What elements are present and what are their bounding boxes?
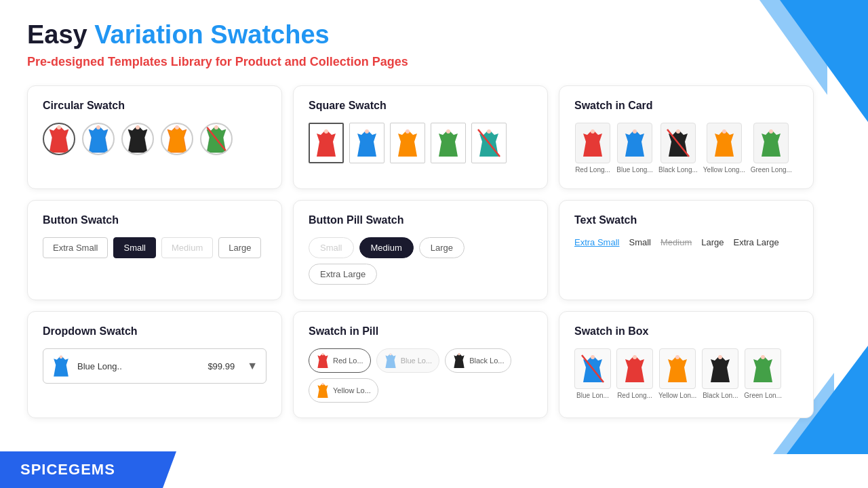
pill-black-icon [452, 352, 466, 369]
page-wrapper: Easy Variation Swatches Pre-designed Tem… [0, 0, 868, 432]
text-swatch-extra-small[interactable]: Extra Small [574, 237, 619, 247]
card-swatch-green-img [753, 123, 789, 163]
pill-red-label: Red Lo... [333, 357, 363, 365]
svg-point-7 [365, 129, 369, 134]
pill-extra-large[interactable]: Extra Large [309, 264, 377, 285]
text-swatch-extra-large[interactable]: Extra Large [733, 237, 778, 247]
card-swatch-red-img [575, 123, 610, 163]
box-swatch-green-label: Green Lon... [744, 392, 782, 399]
svg-point-9 [446, 129, 450, 134]
swatch-in-pill-card: Swatch in Pill Red Lo... Blue Lo... Blac… [293, 311, 548, 418]
svg-point-14 [676, 129, 680, 134]
box-swatch-yellow[interactable]: Yellow Lon... [658, 348, 696, 399]
box-swatch-green[interactable]: Green Lon... [744, 348, 782, 399]
box-swatch-red-label: Red Long... [617, 392, 652, 399]
svg-point-2 [136, 125, 140, 129]
pill-img-yellow[interactable]: Yellow Lo... [309, 378, 378, 403]
dropdown-chevron-icon: ▼ [247, 360, 258, 372]
circular-swatch-black[interactable] [121, 123, 154, 155]
box-swatch-black-img [702, 348, 738, 389]
square-swatch-green[interactable] [431, 123, 466, 163]
box-swatch-black[interactable]: Black Lon... [702, 348, 738, 399]
pill-red-icon [316, 352, 330, 369]
box-swatch-blue[interactable]: Blue Lon... [574, 348, 611, 399]
pill-img-black[interactable]: Black Lo... [445, 348, 511, 373]
card-swatch-yellow-label: Yellow Long... [703, 166, 745, 174]
box-swatch-yellow-label: Yellow Lon... [658, 392, 696, 399]
svg-point-20 [389, 353, 391, 355]
button-swatch-card: Button Swatch Extra Small Small Medium L… [27, 200, 282, 300]
svg-point-12 [591, 129, 595, 134]
pill-img-red[interactable]: Red Lo... [309, 348, 371, 373]
btn-extra-small[interactable]: Extra Small [43, 237, 108, 258]
card-swatch-black-label: Black Long... [658, 166, 698, 174]
title-black: Easy [27, 20, 94, 49]
card-swatch-yellow[interactable]: Yellow Long... [703, 123, 745, 174]
card-swatches-container: Red Long... Blue Long... [574, 123, 798, 174]
square-swatch-teal-crossed[interactable] [471, 123, 507, 163]
button-swatch-title: Button Swatch [43, 214, 267, 226]
button-swatches-container: Extra Small Small Medium Large [43, 237, 267, 258]
text-swatch-large[interactable]: Large [701, 237, 724, 247]
title-blue: Variation Swatches [94, 20, 329, 49]
text-swatch-card: Text Swatch Extra Small Small Medium Lar… [559, 200, 814, 300]
square-swatches-container [309, 123, 532, 163]
card-swatch-green[interactable]: Green Long... [751, 123, 792, 174]
svg-point-23 [591, 355, 595, 359]
dropdown-swatch-control[interactable]: Blue Long.. $99.99 ▼ [43, 348, 267, 384]
card-swatch-black-img [660, 123, 696, 163]
btn-medium[interactable]: Medium [161, 237, 213, 258]
circular-swatch-orange[interactable] [161, 123, 193, 155]
pill-img-swatches-container: Red Lo... Blue Lo... Black Lo... Yellow … [309, 348, 532, 403]
btn-small[interactable]: Small [113, 237, 156, 258]
card-swatch-green-label: Green Long... [751, 166, 792, 174]
box-swatch-blue-img [574, 348, 611, 389]
text-swatch-title: Text Swatch [574, 214, 798, 226]
page-title: Easy Variation Swatches [27, 20, 841, 49]
svg-point-28 [761, 355, 765, 359]
svg-point-19 [321, 353, 323, 355]
svg-point-0 [57, 125, 61, 129]
square-swatch-red[interactable] [309, 123, 344, 163]
card-swatch-blue[interactable]: Blue Long... [616, 123, 653, 174]
pill-blue-icon [384, 352, 397, 369]
btn-large[interactable]: Large [218, 237, 261, 258]
pill-medium[interactable]: Medium [359, 237, 414, 258]
dropdown-selected-label: Blue Long.. [77, 361, 201, 371]
circular-swatch-green[interactable] [200, 123, 233, 155]
svg-point-3 [175, 125, 179, 129]
pill-large[interactable]: Large [419, 237, 465, 258]
svg-point-25 [633, 355, 637, 359]
pill-yellow-icon [316, 382, 330, 399]
box-swatch-red[interactable]: Red Long... [616, 348, 653, 399]
circular-swatch-red[interactable] [43, 123, 75, 155]
pill-img-blue[interactable]: Blue Lo... [376, 348, 439, 373]
svg-point-1 [96, 125, 100, 129]
text-swatch-small[interactable]: Small [629, 237, 651, 247]
pill-swatches-container: Small Medium Large Extra Large [309, 237, 532, 285]
text-swatch-medium[interactable]: Medium [660, 237, 692, 247]
dropdown-swatch-title: Dropdown Swatch [43, 325, 267, 338]
card-swatch-yellow-img [707, 123, 742, 163]
card-swatch-red[interactable]: Red Long... [574, 123, 611, 174]
swatch-in-pill-title: Swatch in Pill [309, 325, 532, 338]
box-swatch-yellow-img [659, 348, 696, 389]
svg-point-17 [769, 129, 773, 134]
square-swatch-orange[interactable] [390, 123, 425, 163]
square-swatch-card: Square Swatch [293, 85, 548, 189]
swatch-in-box-card: Swatch in Box Blue Lon... [559, 311, 814, 418]
swatch-in-box-title: Swatch in Box [574, 325, 798, 338]
svg-point-6 [324, 129, 328, 134]
dropdown-swatch-card: Dropdown Swatch Blue Long.. $99.99 ▼ [27, 311, 282, 418]
svg-point-27 [718, 355, 722, 359]
pill-black-label: Black Lo... [469, 357, 504, 365]
circular-swatch-blue[interactable] [82, 123, 115, 155]
svg-point-21 [458, 353, 460, 355]
card-swatch-red-label: Red Long... [575, 166, 610, 174]
card-swatch-blue-img [617, 123, 652, 163]
card-swatch-black[interactable]: Black Long... [658, 123, 698, 174]
box-swatch-blue-label: Blue Lon... [576, 392, 609, 399]
svg-point-4 [214, 125, 218, 129]
pill-small[interactable]: Small [309, 237, 354, 258]
square-swatch-blue[interactable] [349, 123, 384, 163]
